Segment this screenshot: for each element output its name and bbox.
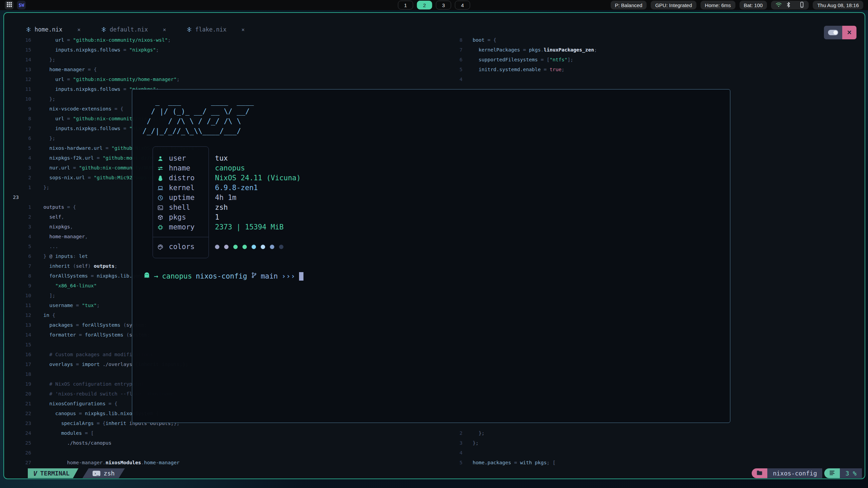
line-number: 8 [13,271,31,281]
code-text: self, [43,212,64,222]
code-line: 14 }; [13,55,447,65]
code-text: nixosConfigurations = { [43,399,117,409]
color-swatch-3 [242,245,247,249]
system-bar: $W 1234 P: BalancedGPU: IntegratedHome: … [0,0,868,10]
line-number: 2 [13,212,31,222]
code-text: packages = forAllSystems (system: [43,320,147,330]
line-number: 3 [452,438,462,448]
fetch-value-kernel: 6.9.8-zen1 [215,183,258,193]
code-text: inherit (self) outputs; [43,261,117,271]
code-line: 5home.packages = with pkgs; [ [452,458,859,468]
line-number: 2 [13,173,31,183]
code-line: 5 initrd.systemd.enable = true; [452,65,859,75]
workspace-button-3[interactable]: 3 [436,1,451,9]
line-number: 7 [452,45,462,55]
status-bar: V TERMINAL ›_ zsh nixos-config 3 % [4,468,865,478]
code-line: 16 url = "github:nix-community/nixos-wsl… [13,35,447,45]
prompt-hostname: canopus [162,271,192,281]
lines-icon [829,470,835,477]
line-number: 22 [13,409,31,419]
status-pill-2[interactable]: Home: 6ms [701,1,735,9]
terminal-icon [157,205,164,211]
code-text: boot = { [473,35,496,45]
code-text: inputs.nixpkgs.follows = "nixpkgs"; [43,45,159,55]
code-text: }; [43,94,55,104]
nix-snowflake-icon [186,27,192,32]
code-text: supportedFilesystems = ["ntfs"]; [473,55,573,65]
code-text: # NixOS configuration entrypoint [43,379,144,389]
editor-window: home.nix×default.nix×flake.nix× × 16 url… [3,12,865,479]
code-line: 2 }; [452,428,859,438]
line-number: 9 [13,104,31,114]
palette-icon [157,244,164,250]
tab-close-icon[interactable]: × [163,26,166,33]
clock[interactable]: Thu Aug 08, 18:16 [813,1,863,9]
color-swatch-5 [261,245,265,249]
floating-terminal[interactable]: _ ___ ____ ____ / |/ (_)_ __/ __ \/ __/ … [132,89,730,423]
line-number: 20 [13,389,31,399]
system-tray[interactable] [771,1,809,9]
line-number: 5 [13,143,31,153]
mode-label: TERMINAL [40,470,70,477]
scroll-chip [824,468,840,478]
line-number: 11 [13,84,31,94]
code-text: ... [43,242,58,251]
fetch-value-distro: NixOS 24.11 (Vicuna) [215,173,301,183]
vim-icon: V [33,470,37,477]
terminal-cursor[interactable] [299,272,303,281]
code-line: 7 kernelPackages = pkgs.linuxPackages_ze… [452,45,859,55]
line-number: 4 [452,75,462,84]
grid-icon [7,2,12,8]
code-text: home.packages = with pkgs; [ [473,458,555,468]
workspace-button-2[interactable]: 2 [417,1,432,9]
tab-close-icon[interactable]: × [77,26,81,33]
ghost-icon [143,271,150,281]
status-pill-0[interactable]: P: Balanced [611,1,647,9]
fetch-row-kernel: kernel [157,183,195,193]
workspace-button-4[interactable]: 4 [455,1,470,9]
tab-close-icon[interactable]: × [241,26,245,33]
code-line: 26 [13,448,447,458]
line-number: 12 [13,75,31,84]
color-swatch-6 [270,245,274,249]
git-branch-icon [251,271,257,281]
fetch-label: kernel [169,183,195,193]
code-text: }; [43,55,55,65]
code-text: home-manager, [43,232,88,242]
workspace-switcher: 1234 [398,1,470,9]
line-number: 27 [13,458,31,468]
code-text: url = "github:nix-community/nixos-wsl"; [43,35,171,45]
toggle-icon [828,30,838,35]
code-text: home-manager = { [43,65,97,75]
line-number: 18 [13,369,31,379]
workspace-button-1[interactable]: 1 [398,1,413,9]
line-number: 10 [13,94,31,104]
code-text: ./hosts/canopus [43,438,112,448]
line-number: 10 [13,291,31,301]
status-pill-1[interactable]: GPU: Integrated [651,1,696,9]
tab-label: home.nix [35,26,62,33]
line-number: 5 [452,458,462,468]
workspace-badge-button[interactable]: $W [17,1,26,9]
line-number: 8 [452,35,462,45]
fetch-label: distro [169,173,195,183]
line-number: 6 [452,55,462,65]
fetch-value-hname: canopus [215,163,245,173]
app-launcher-button[interactable] [5,1,14,9]
project-name: nixos-config [767,468,822,478]
user-icon [157,156,164,162]
line-number: 6 [13,134,31,143]
system-bar-right: P: BalancedGPU: IntegratedHome: 6msBat: … [611,1,863,9]
sliders-icon [157,165,164,171]
nixos-ascii-logo: _ ___ ____ ____ / |/ (_)_ __/ __ \/ __/ … [142,97,254,136]
code-text: ]; [43,291,55,301]
fetch-row-distro: distro [157,173,195,183]
fetch-label: colors [169,242,195,252]
fetch-value-memory: 2373 | 15394 MiB [215,222,283,232]
color-swatch-2 [233,245,238,249]
line-number: 13 [13,65,31,75]
line-number: 15 [13,45,31,55]
status-pill-3[interactable]: Bat: 100 [739,1,767,9]
code-text: "x86_64-linux" [43,281,97,291]
line-number: 7 [13,261,31,271]
